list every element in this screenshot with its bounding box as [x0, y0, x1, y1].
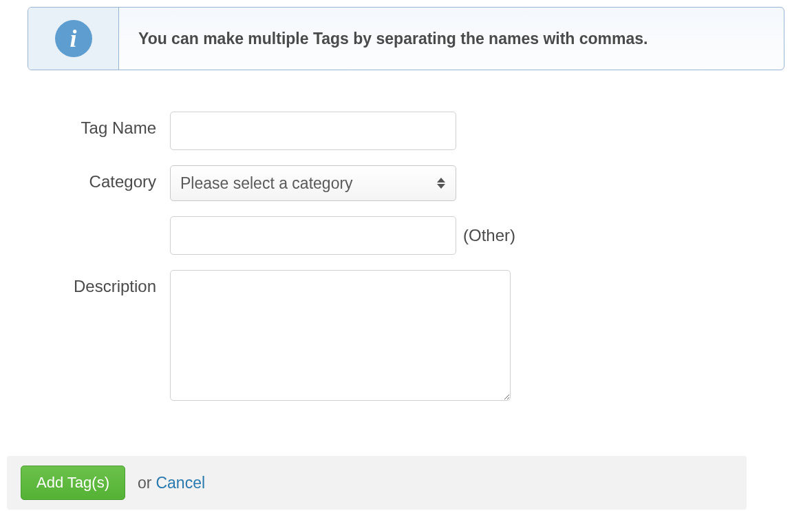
form-row-other: (Other) — [28, 216, 784, 255]
info-icon-wrap: i — [28, 8, 119, 70]
info-banner: i You can make multiple Tags by separati… — [28, 7, 784, 70]
tag-form: Tag Name Category Please select a catego… — [0, 70, 812, 444]
info-icon: i — [55, 20, 92, 57]
form-row-description: Description — [28, 270, 784, 401]
description-label: Description — [28, 270, 170, 296]
category-select[interactable]: Please select a category — [170, 165, 456, 201]
info-text: You can make multiple Tags by separating… — [119, 8, 667, 70]
other-control: (Other) — [170, 216, 515, 255]
tag-name-input[interactable] — [170, 112, 456, 150]
form-row-tag-name: Tag Name — [28, 112, 784, 150]
other-empty-label — [28, 216, 170, 223]
or-text: or — [138, 474, 151, 492]
tag-name-label: Tag Name — [28, 112, 170, 138]
category-control: Please select a category — [170, 165, 456, 201]
action-bar: Add Tag(s) or Cancel — [7, 456, 747, 510]
other-label: (Other) — [463, 226, 515, 245]
form-row-category: Category Please select a category — [28, 165, 784, 201]
category-select-wrap: Please select a category — [170, 165, 456, 201]
description-textarea[interactable] — [170, 270, 511, 401]
cancel-link[interactable]: Cancel — [156, 474, 205, 492]
other-category-input[interactable] — [170, 216, 456, 255]
description-control — [170, 270, 511, 401]
category-label: Category — [28, 165, 170, 191]
add-tags-button[interactable]: Add Tag(s) — [21, 466, 125, 500]
tag-name-control — [170, 112, 456, 150]
